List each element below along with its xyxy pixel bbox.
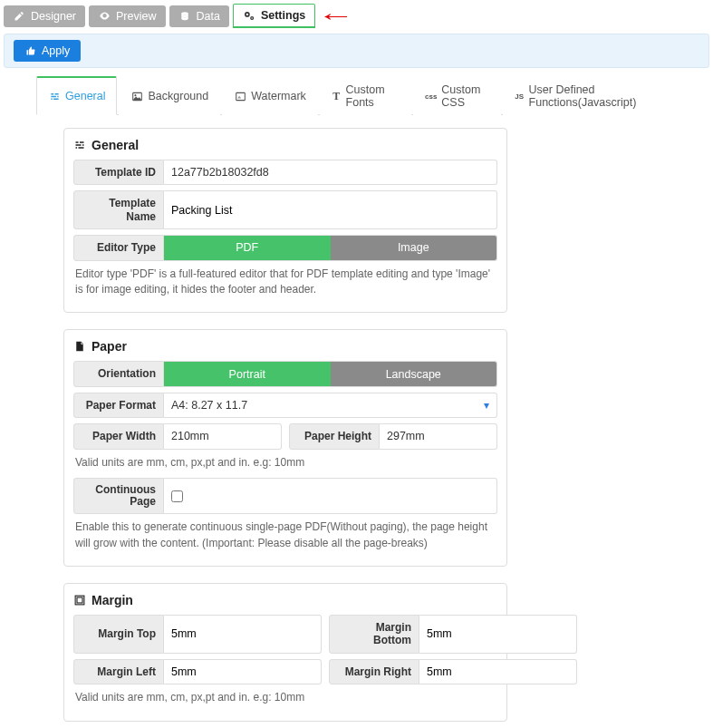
orientation-landscape[interactable]: Landscape <box>331 362 497 385</box>
tab-label: Data <box>197 10 220 23</box>
paper-height-value: 297mm <box>380 423 497 449</box>
arrow-annotation: ← <box>317 2 355 30</box>
card-heading: General <box>92 138 139 152</box>
margin-top-row: Margin Top <box>73 615 322 654</box>
paper-height-label: Paper Height <box>289 423 380 449</box>
continuous-page-label: Continuous Page <box>73 478 164 514</box>
subtab-custom-css[interactable]: css Custom CSS <box>413 76 501 115</box>
margin-top-label: Margin Top <box>73 615 164 654</box>
subtab-watermark[interactable]: Watermark <box>222 76 318 115</box>
paper-card: Paper Orientation Portrait Landscape Pap… <box>63 329 507 567</box>
chevron-down-icon: ▾ <box>484 399 489 412</box>
margin-left-input[interactable] <box>164 659 322 684</box>
paper-width-value: 210mm <box>164 423 282 449</box>
card-heading: Paper <box>92 339 127 354</box>
font-icon: T <box>332 90 342 102</box>
margin-right-row: Margin Right <box>329 659 577 684</box>
editor-type-help: Editor type 'PDF' is a full-featured edi… <box>75 267 497 298</box>
paper-format-select[interactable]: A4: 8.27 x 11.7 ▾ <box>164 393 497 418</box>
orientation-portrait[interactable]: Portrait <box>164 362 331 385</box>
template-name-row: Template Name <box>73 190 497 229</box>
card-heading: Margin <box>92 593 133 607</box>
settings-subtabs: General Background Watermark T Custom Fo… <box>36 75 677 115</box>
subtab-custom-fonts[interactable]: T Custom Fonts <box>320 76 411 115</box>
margin-right-input[interactable] <box>419 659 577 684</box>
subtab-label: General <box>65 90 105 102</box>
editor-type-image[interactable]: Image <box>331 236 497 259</box>
editor-type-pdf[interactable]: PDF <box>164 236 331 259</box>
tab-designer[interactable]: Designer <box>4 5 85 27</box>
margin-icon <box>73 594 86 607</box>
margin-top-input[interactable] <box>164 615 322 654</box>
subtab-background[interactable]: Background <box>119 76 220 115</box>
top-tab-bar: Designer Preview Data Settings ← <box>0 0 713 32</box>
sliders-icon <box>73 139 86 151</box>
paper-icon <box>73 340 86 353</box>
svg-point-0 <box>181 12 188 15</box>
pencil-icon <box>13 10 25 23</box>
margin-bottom-row: Margin Bottom <box>329 615 577 654</box>
svg-rect-5 <box>77 597 82 603</box>
tab-label: Settings <box>261 9 305 22</box>
apply-button[interactable]: Apply <box>14 40 81 62</box>
subtab-label: Custom CSS <box>441 83 488 109</box>
subtab-label: User Defined Functions(Javascript) <box>529 83 665 109</box>
database-icon <box>178 10 191 23</box>
subtab-label: Background <box>148 90 208 102</box>
js-icon: JS <box>515 90 525 102</box>
apply-bar: Apply <box>4 34 709 68</box>
svg-point-2 <box>134 94 136 96</box>
paper-width-row: Paper Width 210mm <box>73 423 282 449</box>
margin-bottom-input[interactable] <box>419 615 577 654</box>
watermark-icon <box>234 90 246 102</box>
margin-right-label: Margin Right <box>329 659 419 684</box>
margin-left-row: Margin Left <box>73 659 322 684</box>
subtab-label: Watermark <box>251 90 306 102</box>
thumbs-up-icon <box>24 44 37 57</box>
subtab-udf[interactable]: JS User Defined Functions(Javascript) <box>503 76 677 115</box>
image-icon <box>130 90 143 102</box>
editor-type-segment: PDF Image <box>164 235 497 260</box>
template-id-value: 12a77b2b18032fd8 <box>164 160 497 185</box>
subtab-general[interactable]: General <box>36 76 117 115</box>
css-icon: css <box>425 90 437 102</box>
tab-preview[interactable]: Preview <box>89 5 165 27</box>
orientation-segment: Portrait Landscape <box>164 361 497 386</box>
subtab-label: Custom Fonts <box>346 83 400 109</box>
continuous-page-checkbox[interactable] <box>171 490 183 502</box>
continuous-page-row: Continuous Page <box>73 478 497 514</box>
template-name-label: Template Name <box>73 190 164 229</box>
tab-settings[interactable]: Settings <box>233 4 315 28</box>
continuous-page-help: Enable this to generate continuous singl… <box>75 519 497 551</box>
margin-card: Margin Margin Top Margin Bottom Margin L… <box>63 583 507 722</box>
general-card: General Template ID 12a77b2b18032fd8 Tem… <box>63 128 507 313</box>
settings-content: General Template ID 12a77b2b18032fd8 Tem… <box>0 115 544 728</box>
orientation-label: Orientation <box>73 361 164 386</box>
eye-icon <box>98 10 111 23</box>
template-id-label: Template ID <box>73 160 164 185</box>
margin-bottom-label: Margin Bottom <box>329 615 419 654</box>
paper-title: Paper <box>73 339 497 354</box>
continuous-page-cell <box>164 478 497 514</box>
template-name-input[interactable] <box>164 190 497 229</box>
template-id-row: Template ID 12a77b2b18032fd8 <box>73 160 497 185</box>
editor-type-row: Editor Type PDF Image <box>73 235 497 260</box>
svg-rect-3 <box>236 92 245 100</box>
paper-units-help: Valid units are mm, cm, px,pt and in. e.… <box>75 455 497 471</box>
tab-data[interactable]: Data <box>169 5 229 27</box>
editor-type-label: Editor Type <box>73 235 164 260</box>
margin-help: Valid units are mm, cm, px,pt and in. e.… <box>75 690 497 705</box>
tab-label: Designer <box>31 10 76 23</box>
apply-label: Apply <box>42 44 70 57</box>
margin-title: Margin <box>73 593 497 607</box>
paper-format-row: Paper Format A4: 8.27 x 11.7 ▾ <box>73 393 497 418</box>
general-title: General <box>73 138 497 152</box>
tab-label: Preview <box>116 10 156 23</box>
paper-format-value: A4: 8.27 x 11.7 <box>171 399 247 412</box>
sliders-icon <box>48 90 61 102</box>
margin-left-label: Margin Left <box>73 659 164 684</box>
orientation-row: Orientation Portrait Landscape <box>73 361 497 386</box>
gears-icon <box>243 9 255 22</box>
paper-width-label: Paper Width <box>73 423 164 449</box>
paper-height-row: Paper Height 297mm <box>289 423 497 449</box>
